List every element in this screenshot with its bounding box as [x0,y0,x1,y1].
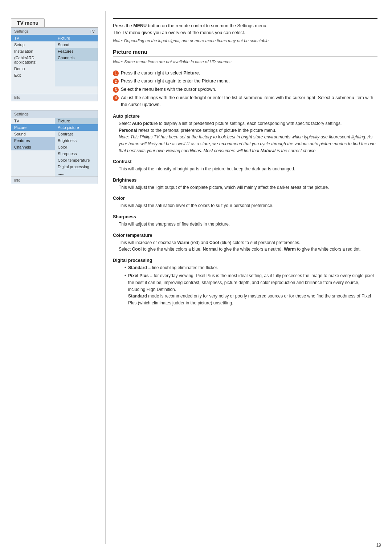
tv-menu-note: Note: Depending on the input signal, one… [113,39,377,43]
subsection-sharpness: Sharpness This will adjust the sharpness… [113,214,377,228]
picture-menu-section: Settings TV Picture Sound Features Chann… [11,110,98,184]
subsection-auto-picture: Auto picture Select Auto picture to disp… [113,114,377,154]
step-3: 3 Select the menu items with the cursor … [113,86,377,93]
menu-right-blank1 [55,61,98,66]
picture-menu-right-contrast[interactable]: Contrast [55,131,98,137]
picture-menu-right-color[interactable]: Color [55,144,98,150]
digital-bullet-pixelplus: Pixel Plus = for everyday viewing, Pixel… [124,272,377,306]
picture-menu-right-colortemp[interactable]: Color temperature [55,157,98,163]
subsection-color-title: Color [113,196,377,201]
subsection-brightness-title: Brightness [113,178,377,183]
digital-bullet-standard: Standard = line doubling eliminates the … [124,264,377,271]
tv-menu-title: TV menu [11,18,45,27]
step-3-num: 3 [113,87,119,93]
picture-menu-item-sound[interactable]: Sound [11,131,55,137]
subsection-sharpness-body: This will adjust the sharpness of fine d… [113,221,377,228]
menu-item-blank2 [11,84,55,89]
menu-item-tv[interactable]: TV [11,35,55,41]
menu-right-channels[interactable]: Channels [55,54,98,61]
step-4: 4 Adjust the settings with the cursor le… [113,94,377,108]
subsection-color-temp-body: This will increase or decrease Warm (red… [113,239,377,253]
picture-menu-item-blank1 [11,150,55,155]
left-column: TV menu Settings TV TV Setup Installatio… [0,11,105,544]
menu-item-blank1 [11,78,55,84]
picture-menu-right-dots: ...... [55,170,98,177]
step-2: 2 Press the cursor right again to enter … [113,78,377,85]
subsection-color-body: This will adjust the saturation level of… [113,202,377,209]
picture-menu-note: Note: Some menu items are not available … [113,60,377,64]
picture-menu-left-items: TV Picture Sound Features Channels [11,118,55,177]
picture-menu-right-digital[interactable]: Digital processing [55,163,98,170]
picture-menu-item-blank4 [11,166,55,171]
picture-menu-item-channels[interactable]: Channels [11,144,55,150]
subsection-color-temp: Color temperature This will increase or … [113,233,377,253]
step-1-num: 1 [113,70,119,76]
step-4-num: 4 [113,95,119,101]
picture-menu-heading-text: Picture menu [113,49,147,55]
picture-menu-content: Picture menu Note: Some menu items are n… [113,49,377,307]
step-1: 1 Press the cursor right to select Pictu… [113,70,377,77]
picture-menu-header-settings: Settings [14,112,29,116]
menu-right-blank5 [55,81,98,86]
picture-menu-right-header: Picture [55,118,98,124]
menu-right-items: Picture Sound Features Channels [55,35,98,94]
steps-list: 1 Press the cursor right to select Pictu… [113,70,377,108]
menu-item-exit[interactable]: Exit [11,72,55,78]
picture-menu-right-sharpness[interactable]: Sharpness [55,150,98,157]
picture-menu-heading: Picture menu [113,49,377,57]
menu-left-items: TV Setup Installation (CableARD applicat… [11,35,55,94]
step-4-text: Adjust the settings with the cursor left… [121,94,377,108]
subsection-digital-body: Standard = line doubling eliminates the … [113,264,377,307]
menu-right-blank4 [55,76,98,81]
menu-item-setup[interactable]: Setup [11,41,55,48]
menu-right-blank2 [55,66,98,71]
subsection-contrast-title: Contrast [113,159,377,164]
picture-menu-right-auto[interactable]: Auto picture [55,124,98,131]
picture-menu-info: Info [11,177,98,184]
subsection-color: Color This will adjust the saturation le… [113,196,377,209]
picture-menu-box: Settings TV Picture Sound Features Chann… [11,110,98,184]
step-2-num: 2 [113,78,119,84]
digital-bullet-list: Standard = line doubling eliminates the … [119,264,377,307]
picture-menu-body: TV Picture Sound Features Channels Pictu… [11,118,98,177]
subsection-contrast-body: This will adjust the intensity of bright… [113,166,377,173]
subsection-brightness: Brightness This will adjust the light ou… [113,178,377,191]
menu-right-blank3 [55,71,98,76]
step-3-text: Select the menu items with the cursor up… [121,86,216,93]
step-1-text: Press the cursor right to select Picture… [121,70,200,77]
picture-menu-item-picture[interactable]: Picture [11,124,55,131]
subsection-auto-picture-body: Select Auto picture to display a list of… [113,120,377,154]
menu-right-features[interactable]: Features [55,48,98,54]
tv-menu-section: TV menu Settings TV TV Setup Installatio… [11,18,98,101]
subsection-digital-title: Digital processing [113,258,377,263]
picture-menu-header-row: Settings [11,110,98,118]
menu-right-sound[interactable]: Sound [55,41,98,48]
tv-menu-intro: Press the MENU button on the remote cont… [113,23,377,43]
menu-header-row: Settings TV [11,28,98,35]
picture-menu-item-features[interactable]: Features [11,137,55,144]
menu-item-blank3 [11,89,55,94]
picture-menu-right-items: Picture Auto picture Contrast Brightness… [55,118,98,177]
top-rule [113,18,377,19]
right-column: Press the MENU button on the remote cont… [105,11,392,544]
subsection-digital: Digital processing Standard = line doubl… [113,258,377,307]
menu-item-demo[interactable]: Demo [11,65,55,72]
menu-item-cablecard[interactable]: (CableARD applications) [11,54,55,65]
menu-item-installation[interactable]: Installation [11,48,55,54]
menu-right-picture[interactable]: Picture [55,35,98,41]
tv-menu-box: Settings TV TV Setup Installation (Cable… [11,27,98,101]
menu-info: Info [11,94,98,101]
menu-body: TV Setup Installation (CableARD applicat… [11,35,98,94]
picture-menu-item-blank2 [11,155,55,161]
subsection-color-temp-title: Color temperature [113,233,377,238]
subsection-auto-picture-title: Auto picture [113,114,377,119]
picture-menu-item-blank3 [11,161,55,166]
menu-header-tv: TV [90,29,95,33]
picture-menu-item-tv[interactable]: TV [11,118,55,124]
tv-menu-intro-text: Press the MENU button on the remote cont… [113,23,377,36]
page-number: 19 [376,543,381,548]
step-2-text: Press the cursor right again to enter th… [121,78,230,85]
picture-menu-right-brightness[interactable]: Brightness [55,137,98,144]
menu-header-settings: Settings [14,29,29,33]
subsection-brightness-body: This will adjust the light output of the… [113,184,377,191]
